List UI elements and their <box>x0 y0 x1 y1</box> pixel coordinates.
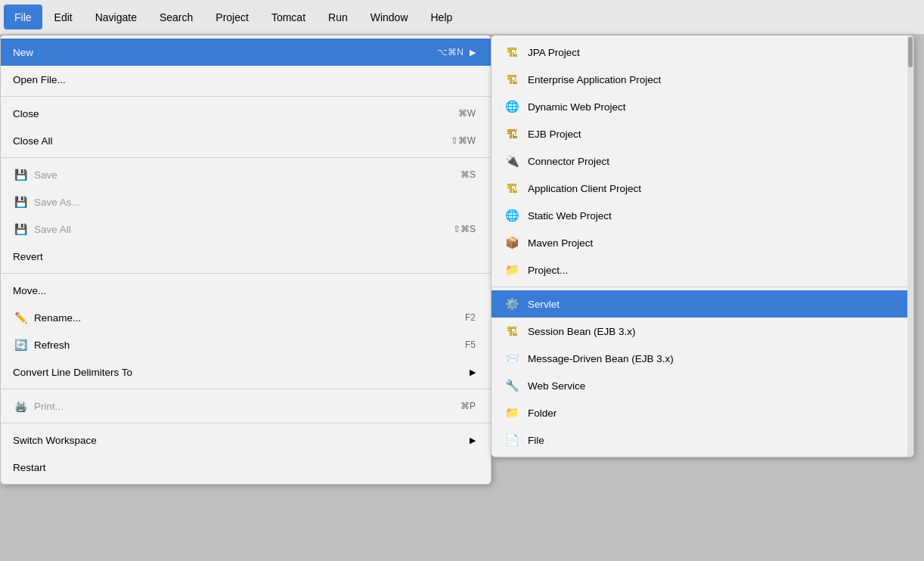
submenu-item-project[interactable]: 📁 Project... <box>491 256 913 284</box>
separator-1 <box>1 96 491 97</box>
menu-item-restart-label: Restart <box>13 462 476 473</box>
submenu-item-project-label: Project... <box>528 265 568 276</box>
submenu-item-folder-label: Folder <box>528 408 557 419</box>
menu-item-refresh-label: Refresh <box>34 339 435 351</box>
menu-navigate[interactable]: Navigate <box>85 5 147 29</box>
menu-item-open-file[interactable]: Open File... <box>1 66 491 93</box>
convert-arrow-icon: ▶ <box>470 367 476 377</box>
menu-item-convert-label: Convert Line Delimiters To <box>13 367 464 378</box>
menu-item-new[interactable]: New ⌥⌘N ▶ <box>1 39 491 66</box>
submenu-scrollbar[interactable] <box>907 36 913 457</box>
submenu-item-ejb-label: EJB Project <box>528 129 581 140</box>
menu-item-save-as[interactable]: 💾 Save As... <box>1 188 491 215</box>
menu-project[interactable]: Project <box>205 5 259 29</box>
menu-search-label: Search <box>160 11 193 23</box>
menu-item-switch-workspace-label: Switch Workspace <box>13 435 464 446</box>
menu-edit[interactable]: Edit <box>44 5 83 29</box>
print-icon: 🖨️ <box>13 398 28 414</box>
switch-workspace-arrow-icon: ▶ <box>470 435 476 445</box>
submenu-item-dynamic-web-label: Dynamic Web Project <box>528 101 626 113</box>
session-bean-icon: 🏗 <box>504 323 520 339</box>
submenu-item-enterprise[interactable]: 🏗 Enterprise Application Project <box>491 66 913 93</box>
separator-3 <box>1 273 491 274</box>
submenu-item-connector-label: Connector Project <box>528 156 609 167</box>
menu-navigate-label: Navigate <box>95 11 137 23</box>
menu-edit-label: Edit <box>54 11 73 23</box>
menu-project-label: Project <box>215 11 249 23</box>
submenu-item-webservice[interactable]: 🔧 Web Service <box>491 372 913 399</box>
submenu-item-enterprise-label: Enterprise Application Project <box>528 74 661 85</box>
submenu-item-file[interactable]: 📄 File <box>491 426 913 454</box>
menu-item-revert-label: Revert <box>13 251 476 262</box>
menu-item-new-shortcut: ⌥⌘N <box>437 47 464 57</box>
menu-run[interactable]: Run <box>318 5 358 29</box>
folder-icon: 📁 <box>504 404 520 421</box>
submenu-item-staticweb[interactable]: 🌐 Static Web Project <box>491 202 913 229</box>
menu-item-revert[interactable]: Revert <box>1 243 491 270</box>
file-menu: New ⌥⌘N ▶ Open File... Close ⌘W Close Al… <box>0 35 491 485</box>
appclient-project-icon: 🏗 <box>504 180 520 197</box>
dropdown-wrapper: New ⌥⌘N ▶ Open File... Close ⌘W Close Al… <box>0 35 491 485</box>
submenu-item-ejb[interactable]: 🏗 EJB Project <box>491 120 913 147</box>
menu-item-close[interactable]: Close ⌘W <box>1 100 491 127</box>
submenu-item-maven[interactable]: 📦 Maven Project <box>491 229 913 256</box>
menu-tomcat[interactable]: Tomcat <box>261 5 316 29</box>
menu-search[interactable]: Search <box>149 5 203 29</box>
menu-item-close-shortcut: ⌘W <box>458 108 476 119</box>
maven-project-icon: 📦 <box>504 234 520 251</box>
menu-window-label: Window <box>371 11 408 23</box>
menu-item-save[interactable]: 💾 Save ⌘S <box>1 161 491 188</box>
menu-item-save-shortcut: ⌘S <box>460 169 476 180</box>
menu-item-save-all-shortcut: ⇧⌘S <box>453 224 476 234</box>
menu-tomcat-label: Tomcat <box>271 11 305 23</box>
menu-item-print-shortcut: ⌘P <box>460 401 476 411</box>
servlet-icon: ⚙️ <box>504 296 520 312</box>
submenu-item-maven-label: Maven Project <box>528 237 593 249</box>
submenu-item-servlet[interactable]: ⚙️ Servlet <box>491 290 913 318</box>
submenu-item-connector[interactable]: 🔌 Connector Project <box>491 147 913 175</box>
menu-item-switch-workspace[interactable]: Switch Workspace ▶ <box>1 426 491 454</box>
save-icon: 💾 <box>13 167 28 182</box>
save-as-icon: 💾 <box>13 194 28 209</box>
menu-item-refresh[interactable]: 🔄 Refresh F5 <box>1 331 491 358</box>
separator-2 <box>1 157 491 158</box>
submenu-item-appclient-label: Application Client Project <box>528 183 641 194</box>
menu-item-close-all-label: Close All <box>13 135 420 147</box>
submenu-item-session-bean-label: Session Bean (EJB 3.x) <box>528 326 636 337</box>
submenu-item-dynamic-web[interactable]: 🌐 Dynamic Web Project <box>491 93 913 120</box>
menu-window[interactable]: Window <box>360 5 419 29</box>
menu-item-refresh-shortcut: F5 <box>465 339 476 350</box>
menu-item-print[interactable]: 🖨️ Print... ⌘P <box>1 392 491 420</box>
menu-item-save-all[interactable]: 💾 Save All ⇧⌘S <box>1 215 491 243</box>
menu-item-move[interactable]: Move... <box>1 277 491 304</box>
save-all-icon: 💾 <box>13 222 28 237</box>
menu-item-close-all[interactable]: Close All ⇧⌘W <box>1 127 491 154</box>
menu-item-restart[interactable]: Restart <box>1 454 491 481</box>
menu-item-close-label: Close <box>13 108 428 119</box>
ejb-project-icon: 🏗 <box>504 126 520 142</box>
dynamic-web-icon: 🌐 <box>504 98 520 115</box>
menu-item-rename-label: Rename... <box>34 312 435 324</box>
submenu-scroll-thumb <box>908 37 913 67</box>
project-icon: 📁 <box>504 262 520 278</box>
menu-file[interactable]: File <box>4 5 42 29</box>
submenu-item-message-bean[interactable]: 📨 Message-Driven Bean (EJB 3.x) <box>491 345 913 372</box>
submenu-item-appclient[interactable]: 🏗 Application Client Project <box>491 175 913 202</box>
menu-help[interactable]: Help <box>420 5 464 29</box>
submenu-item-jpa[interactable]: 🏗 JPA Project <box>491 39 913 66</box>
submenu-item-folder[interactable]: 📁 Folder <box>491 399 913 426</box>
menu-item-move-label: Move... <box>13 285 476 296</box>
submenu-item-session-bean[interactable]: 🏗 Session Bean (EJB 3.x) <box>491 318 913 345</box>
submenu-arrow-icon: ▶ <box>470 48 476 57</box>
submenu-item-message-bean-label: Message-Driven Bean (EJB 3.x) <box>528 353 674 364</box>
jpa-project-icon: 🏗 <box>504 44 520 60</box>
submenu-item-file-label: File <box>528 435 544 446</box>
static-web-icon: 🌐 <box>504 207 520 224</box>
menu-help-label: Help <box>431 11 453 23</box>
menu-item-convert[interactable]: Convert Line Delimiters To ▶ <box>1 358 491 386</box>
submenu-item-staticweb-label: Static Web Project <box>528 210 612 222</box>
menu-item-rename-shortcut: F2 <box>465 312 476 323</box>
menu-item-rename[interactable]: ✏️ Rename... F2 <box>1 304 491 331</box>
submenu-item-servlet-label: Servlet <box>528 299 560 310</box>
menubar: File Edit Navigate Search Project Tomcat… <box>0 0 924 35</box>
